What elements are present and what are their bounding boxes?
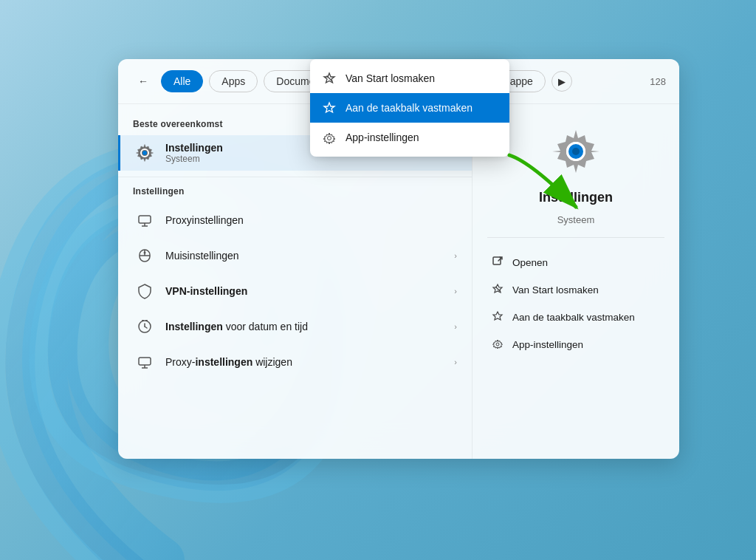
svg-point-2 [142,151,147,155]
item-text: Instellingen voor datum en tijd [165,321,445,332]
details-settings-icon [546,122,605,181]
mouse-icon [133,244,157,267]
details-action-open-label: Openen [512,257,548,268]
filter-pill-alle[interactable]: Alle [161,70,203,92]
filter-more-button[interactable]: ▶ [551,71,572,92]
item-text: Muisinstellingen [165,250,445,262]
context-pin-taskbar-label: Aan de taakbalk vastmaken [346,102,472,114]
context-menu: Van Start losmaken Aan de taakbalk vastm… [310,59,509,157]
settings-icon [133,141,157,165]
svg-point-9 [144,252,146,254]
chevron-right-icon: › [454,358,457,366]
details-action-unpin-label: Van Start losmaken [512,284,599,296]
proxy2-icon [133,350,157,374]
details-panel: Instellingen Systeem Openen Van Start lo… [472,104,679,459]
unpin-icon [490,283,505,297]
svg-point-20 [572,148,580,155]
filter-pill-apps[interactable]: Apps [209,70,258,92]
details-action-settings-label: App-instellingen [512,339,583,350]
list-item[interactable]: Proxy-instellingen wijzigen › [118,344,472,380]
details-action-pin-label: Aan de taakbalk vastmaken [512,312,635,323]
chevron-right-icon: › [454,287,457,296]
details-divider [487,237,664,238]
item-title: Proxy-instellingen wijzigen [165,356,445,368]
item-text: Proxyinstellingen [165,214,457,226]
svg-rect-3 [139,216,151,223]
list-item[interactable]: Instellingen voor datum en tijd › [118,309,472,344]
result-count: 128 [650,76,666,87]
details-action-pin-taskbar[interactable]: Aan de taakbalk vastmaken [487,304,664,330]
svg-point-26 [328,137,331,140]
details-action-open[interactable]: Openen [487,250,664,276]
svg-rect-22 [493,257,501,264]
open-icon [490,256,505,270]
list-item[interactable]: VPN-instellingen › [118,273,472,309]
details-actions: Openen Van Start losmaken Aan de taakbal… [487,250,664,358]
context-gear-icon [322,130,337,145]
item-title: Proxyinstellingen [165,214,457,226]
gear-small-icon [490,338,505,352]
item-text: VPN-instellingen [165,285,445,297]
svg-point-24 [496,343,499,346]
svg-rect-13 [142,320,144,321]
item-text: Proxy-instellingen wijzigen [165,356,445,368]
proxy-icon [133,208,157,232]
details-subtitle: Systeem [557,214,595,225]
context-item-pin-taskbar[interactable]: Aan de taakbalk vastmaken [310,93,509,123]
context-unpin-icon [322,71,337,86]
context-unpin-start-label: Van Start losmaken [346,72,435,84]
context-pin-icon [322,100,337,115]
item-title: Muisinstellingen [165,250,445,262]
content-area: Beste overeenkomst Instellingen Systeem [118,104,679,459]
chevron-right-icon: › [454,322,457,331]
results-panel: Beste overeenkomst Instellingen Systeem [118,104,472,459]
item-title: VPN-instellingen [165,285,445,297]
details-action-app-settings[interactable]: App-instellingen [487,332,664,358]
chevron-right-icon: › [454,251,457,260]
svg-rect-15 [139,358,151,365]
svg-rect-14 [145,320,148,321]
list-item[interactable]: Proxyinstellingen [118,202,472,238]
item-title: Instellingen voor datum en tijd [165,321,445,332]
back-button[interactable]: ← [131,69,155,93]
context-app-settings-label: App-instellingen [346,132,419,143]
section-divider-1 [118,177,472,177]
instellingen-section-label: Instellingen [118,183,472,202]
clock-icon [133,315,157,338]
details-action-unpin-start[interactable]: Van Start losmaken [487,277,664,303]
pin-icon [490,310,505,324]
list-item[interactable]: Muisinstellingen › [118,238,472,273]
context-item-app-settings[interactable]: App-instellingen [310,123,509,152]
context-item-unpin-start[interactable]: Van Start losmaken [310,64,509,93]
svg-line-12 [145,327,147,328]
details-title: Instellingen [539,190,613,205]
vpn-icon [133,279,157,303]
